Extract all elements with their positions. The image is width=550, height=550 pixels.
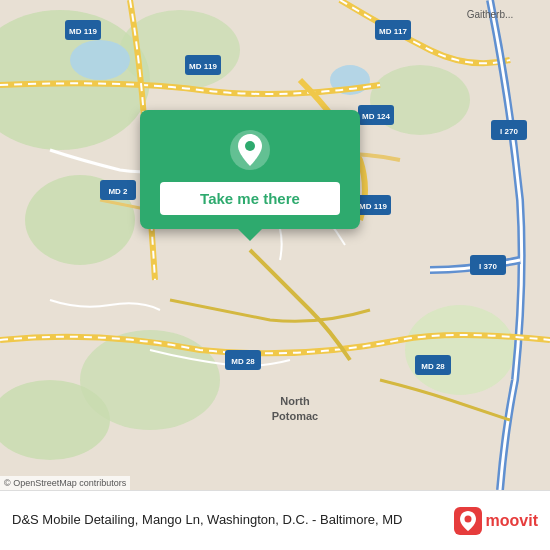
svg-text:Potomac: Potomac — [272, 410, 318, 422]
moovit-icon — [454, 507, 482, 535]
svg-text:MD 119: MD 119 — [69, 27, 98, 36]
svg-text:MD 28: MD 28 — [421, 362, 445, 371]
svg-text:MD 117: MD 117 — [379, 27, 408, 36]
svg-text:MD 119: MD 119 — [359, 202, 388, 211]
svg-text:MD 119: MD 119 — [189, 62, 218, 71]
svg-point-36 — [464, 515, 471, 522]
location-description: D&S Mobile Detailing, Mango Ln, Washingt… — [12, 511, 454, 529]
map-svg: MD 119 MD 2 MD 119 MD 117 MD 124 MD 119 … — [0, 0, 550, 490]
moovit-text: moovit — [486, 512, 538, 530]
take-me-there-button[interactable]: Take me there — [160, 182, 340, 215]
svg-text:I 270: I 270 — [500, 127, 518, 136]
svg-text:I 370: I 370 — [479, 262, 497, 271]
svg-text:Gaitherb...: Gaitherb... — [467, 9, 514, 20]
map-container: MD 119 MD 2 MD 119 MD 117 MD 124 MD 119 … — [0, 0, 550, 490]
svg-text:MD 28: MD 28 — [231, 357, 255, 366]
moovit-logo: moovit — [454, 507, 538, 535]
osm-credit: © OpenStreetMap contributors — [0, 476, 130, 490]
svg-text:MD 2: MD 2 — [108, 187, 128, 196]
popup-card: Take me there — [140, 110, 360, 229]
svg-point-7 — [405, 305, 515, 395]
svg-point-34 — [245, 141, 255, 151]
svg-text:North: North — [280, 395, 310, 407]
bottom-bar: D&S Mobile Detailing, Mango Ln, Washingt… — [0, 490, 550, 550]
location-pin-icon — [228, 128, 272, 172]
svg-text:MD 124: MD 124 — [362, 112, 391, 121]
svg-point-8 — [70, 40, 130, 80]
